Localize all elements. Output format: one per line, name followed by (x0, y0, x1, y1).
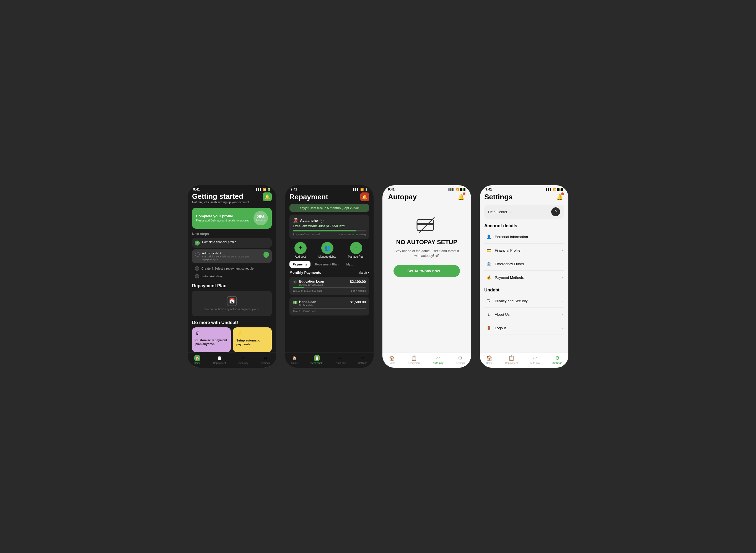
nav-home-1[interactable]: 🏠 Home (194, 355, 201, 365)
nav-autopay-1[interactable]: ↩ Auto-pay (238, 355, 248, 365)
status-bar-3: 9:41 ▌▌▌ 📶 🔋 (383, 185, 471, 192)
bottom-nav-2: 🏠 Home 📋 Repayment ↩ Auto-pay ⚙ Settings (285, 352, 373, 368)
manage-debts-icon: 👥 (321, 242, 333, 254)
step-plain-text-4: Setup Auto-Pay (201, 274, 222, 278)
education-loan-name: Education Loan (299, 280, 324, 284)
payments-header: Monthly Payments March ▾ (289, 270, 369, 274)
help-center-row[interactable]: Help Center → ? (484, 205, 564, 219)
nav-autopay-3[interactable]: ↩ Auto-pay (433, 355, 443, 365)
step-arrow[interactable]: → (263, 252, 269, 258)
step-text-1: Complete financial profile (202, 240, 236, 244)
nav-autopay-2[interactable]: ↩ Auto-pay (336, 355, 346, 365)
bell-icon-3[interactable]: 🔔 (457, 192, 466, 201)
do-more-card-1[interactable]: 🗓 Customise repayment plan anytime. (192, 327, 231, 352)
info-icon[interactable]: i (320, 219, 324, 223)
education-loan-due: Due by 10 April, 2024 (299, 284, 324, 286)
settings-emergency-funds[interactable]: 🏦 Emergency Funds › (484, 257, 564, 271)
nav-settings-4[interactable]: ⚙ Settings (552, 355, 562, 365)
notification-badge-4 (561, 192, 564, 195)
financial-profile-chevron: › (561, 248, 563, 252)
status-icons-1: ▌▌▌ 📶 🔋 (256, 188, 271, 191)
do-more-card-2[interactable]: ⚡ Setup automatic payments (233, 327, 272, 352)
settings-financial-profile[interactable]: 💳 Financial Profile › (484, 244, 564, 257)
nav-home-4[interactable]: 🏠 Home (486, 355, 493, 365)
bottom-nav-4: 🏠 Home 📋 Repayment ↩ Auto-pay ⚙ Settings (480, 352, 568, 368)
payment-methods-icon: 💰 (485, 274, 492, 281)
time-2: 9:41 (290, 187, 297, 191)
screen1-title: Getting started (192, 192, 250, 201)
screen4-title: Settings (484, 193, 513, 201)
nav-settings-2[interactable]: ⚙ Settings (358, 355, 367, 365)
repayment-plan-title: Repayment Plan (192, 284, 272, 289)
emergency-funds-chevron: › (561, 261, 563, 266)
manage-debts-btn[interactable]: 👥 Manage debts (319, 242, 336, 258)
hand-loan-amount: $1,500.00 (350, 300, 366, 304)
step-item-4[interactable]: Setup Auto-Pay (192, 272, 272, 280)
emergency-funds-text: Emergency Funds (495, 262, 559, 266)
screen4-phone: 9:41 ▌▌▌ 📶 🔋 Settings 🔔 Help Center → ? … (480, 185, 568, 368)
education-loan-progress-fill (293, 287, 304, 289)
nav-repayment-1[interactable]: 📋 Repayment (213, 355, 226, 365)
nav-home-label-4: Home (486, 362, 493, 365)
nav-home-2[interactable]: 🏠 Home (291, 355, 298, 365)
tab-repayment-plan[interactable]: Repayment Plan (312, 261, 342, 268)
avalanche-header: 🌋 Avalanche i (293, 218, 366, 223)
nav-repayment-label-2: Repayment (311, 362, 323, 365)
tab-my[interactable]: My... (343, 261, 356, 268)
month-selector[interactable]: March ▾ (358, 271, 369, 274)
help-center-label: Help Center → (488, 210, 512, 214)
settings-about-us[interactable]: ℹ About Us › (484, 308, 564, 321)
bell-icon[interactable]: 🔔 (263, 192, 272, 201)
screen2-title: Repayment (289, 193, 328, 201)
progress-card[interactable]: Complete your profile Please add Debt ac… (192, 208, 272, 229)
nav-settings-3[interactable]: ⚙ Settings (456, 355, 465, 365)
bell-icon-2[interactable]: 🔔 (360, 192, 369, 201)
no-card-icon (416, 217, 438, 233)
card-text-2: Setup automatic payments (236, 338, 268, 346)
step-item-2[interactable]: Add your debt Start adding your debt acc… (192, 249, 272, 263)
step-circle-icon (195, 252, 200, 257)
settings-privacy-security[interactable]: 🛡 Privacy and Security › (484, 294, 564, 308)
bell-icon-4[interactable]: 🔔 (555, 192, 564, 201)
step-item-1[interactable]: ✓ Complete financial profile (192, 238, 272, 248)
undebt-title: Undebt (484, 288, 564, 293)
settings-personal-info[interactable]: 👤 Personal Information › (484, 230, 564, 244)
nav-autopay-label-2: Auto-pay (336, 362, 346, 365)
nav-repayment-3[interactable]: 📋 Repayment (408, 355, 420, 365)
payment-item-1[interactable]: 🎓 Education Loan Due by 10 April, 2024 $… (289, 277, 369, 295)
settings-payment-methods[interactable]: 💰 Payment Methods › (484, 271, 564, 284)
nav-repayment-2[interactable]: 📋 Repayment (311, 355, 323, 365)
screen1-body: Getting started Nathan, let's finish set… (188, 192, 276, 368)
about-us-icon: ℹ (485, 311, 492, 318)
bottom-nav-3: 🏠 Home 📋 Repayment ↩ Auto-pay ⚙ Settings (383, 352, 471, 368)
personal-info-icon: 👤 (485, 233, 492, 240)
nav-home-3[interactable]: 🏠 Home (389, 355, 395, 365)
emergency-funds-icon: 🏦 (485, 260, 492, 267)
payment-item-2[interactable]: 💵 Hand Loan No Due date $1,500.00 $0 of … (289, 297, 369, 315)
payment-methods-chevron: › (561, 275, 563, 280)
step-check-icon: ✓ (195, 241, 200, 245)
nav-autopay-label-3: Auto-pay (433, 362, 443, 365)
manage-plan-btn[interactable]: ≡ Manage Plan (348, 242, 364, 258)
nav-repayment-4[interactable]: 📋 Repayment (505, 355, 518, 365)
screen1-phone: 9:41 ▌▌▌ 📶 🔋 Getting started Nathan, let… (188, 185, 276, 368)
education-icon: 🎓 (293, 280, 297, 284)
step-item-3[interactable]: Create & Select a repayment schedule (192, 264, 272, 272)
nav-repayment-label-4: Repayment (505, 362, 518, 365)
set-autopay-arrow: → (442, 269, 446, 273)
set-autopay-button[interactable]: Set Auto-pay now → (394, 265, 460, 277)
payment-item-2-header: 💵 Hand Loan No Due date $1,500.00 (293, 300, 366, 307)
nav-settings-1[interactable]: ⚙ Settings (261, 355, 270, 365)
tab-payments[interactable]: Payments (289, 261, 311, 268)
about-us-text: About Us (495, 312, 559, 317)
add-debt-btn[interactable]: + Add debt (294, 242, 306, 258)
hand-paid-text: $0 of $1,500.00 paid (293, 310, 316, 313)
avalanche-amount: Excellent work! Just $12,550 left! (293, 224, 366, 228)
nav-autopay-4[interactable]: ↩ Auto-pay (530, 355, 540, 365)
status-bar-2: 9:41 ▌▌▌ 📶 🔋 (285, 185, 373, 192)
settings-logout[interactable]: 🚪 Logout › (484, 321, 564, 335)
progress-card-sub: Please add Debt account details to proce… (196, 219, 249, 222)
payment-item-1-header: 🎓 Education Loan Due by 10 April, 2024 $… (293, 280, 366, 286)
time-1: 9:41 (193, 187, 200, 191)
screen3-phone: 9:41 ▌▌▌ 📶 🔋 Autopay 🔔 (383, 185, 471, 368)
